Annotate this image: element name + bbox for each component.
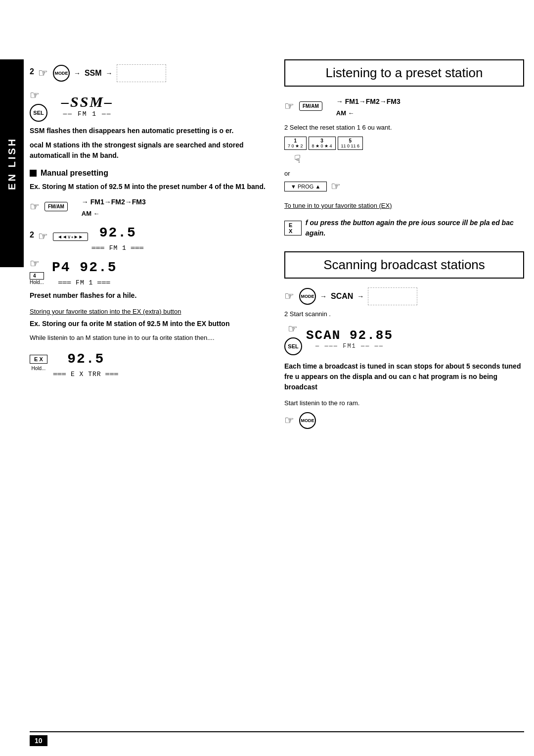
- display-925-area: 92.5 ═══ FM 1 ═══: [92, 221, 144, 252]
- fm1-fm2-fm3: FM1→FM2→FM3: [90, 198, 146, 206]
- preset-3-bot: 11 0 11 6: [341, 143, 360, 148]
- finger-icon9: ☞: [284, 414, 294, 427]
- right-column: Listening to a preset station ☞ FM/AM → …: [284, 59, 524, 432]
- scan-fm1: — ——— FM1 —— ——: [306, 343, 393, 350]
- finger-icon8: ☞: [288, 323, 298, 335]
- p4-freq: 92.5: [80, 260, 117, 275]
- p4-text: P4: [52, 260, 80, 275]
- language-sidebar: EN LISH: [0, 59, 24, 267]
- preset-flash-note: Preset number flashes for a hile.: [30, 290, 269, 301]
- hold-label-area: 4 Hold...: [30, 272, 44, 285]
- mode-ssm-flow: ☞ MODE → SSM →: [38, 64, 166, 82]
- ssm-display-area: –SSM– —— FM 1 ——: [61, 94, 113, 118]
- fm-flow: → FM1→FM2→FM3: [82, 198, 146, 206]
- right-fm-am-diagram: ☞ FM/AM → FM1→FM2→FM3 AM ←: [284, 95, 524, 117]
- am-arrow-right: AM ←: [336, 109, 400, 117]
- tune-fav-label: To tune in to your favorite station (EX): [284, 201, 524, 211]
- black-square-icon: [30, 170, 37, 177]
- ssm-note: SSM flashes then disappears hen automati…: [30, 126, 269, 136]
- preset-btn-3[interactable]: 5 11 0 11 6: [338, 137, 363, 150]
- tune-fav-section: To tune in to your favorite station (EX)…: [284, 201, 524, 241]
- finger-icon2: ☞: [30, 89, 46, 102]
- arrow-icon: →: [74, 69, 81, 77]
- step2-select: 2 Select the reset station 1 6 ou want.: [284, 123, 524, 133]
- right-fm-flow: → FM1→FM2→FM3 AM ←: [336, 95, 400, 117]
- page-number: 10: [30, 735, 47, 746]
- ssm-label: SSM: [85, 69, 102, 78]
- sel-scan-button[interactable]: SEL: [284, 337, 302, 355]
- hold-p4-row: ☞ 4 Hold... P4 92.5 ═══ FM 1 ═══: [30, 256, 269, 286]
- prog-row: ▼ PROG ▲ ☞: [284, 180, 524, 193]
- listening-header: Listening to a preset station: [284, 59, 524, 87]
- final-mode-btn[interactable]: MODE: [299, 412, 316, 429]
- skip-nav-btn[interactable]: ◄◄∨∘►►: [53, 233, 88, 241]
- finger-icon3: ☞: [30, 200, 40, 213]
- prog-button[interactable]: ▼ PROG ▲: [284, 182, 327, 191]
- finger-icon4: ☞: [38, 230, 48, 243]
- mode-button[interactable]: MODE: [53, 65, 70, 82]
- p4-display: P4 92.5: [48, 258, 121, 277]
- manual-presetting-label: Manual presetting: [41, 169, 108, 178]
- preset-buttons-row: 1 7 0 ★ 2 3 8 ★ 0 ★ 4 5 11 0 11 6: [284, 137, 524, 150]
- ex-display-row: E X Hold... 92.5 ═══ E X TRR ═══: [30, 347, 269, 378]
- finger-preset: ☟: [284, 153, 524, 166]
- skip-row: ☞ ◄◄∨∘►►: [38, 230, 88, 243]
- arrow-scan: →: [320, 292, 327, 300]
- page-footer: 10: [30, 731, 524, 746]
- preset-2-bot: 8 ★ 0 ★ 4: [312, 143, 332, 148]
- storing-fav-label: Storing your favorite station into the E…: [30, 307, 269, 317]
- extra-display-area: 92.5 ═══ E X TRR ═══: [53, 347, 119, 378]
- two-column-layout: 2 ☞ MODE → SSM →: [30, 59, 524, 432]
- preset-2-top: 3: [320, 138, 323, 143]
- ex-tune-row: E X f ou press the button again the pre …: [284, 215, 524, 241]
- sel-scan-row: ☞ SEL SCAN 92.85 — ——— FM1 —— ——: [284, 323, 524, 355]
- ex-button[interactable]: E X: [30, 355, 47, 364]
- finger-icon5: ☞: [30, 257, 43, 270]
- scan-display: SCAN 92.85: [306, 328, 393, 343]
- ex-storing2-label: Ex. Storing our fa orite M station of 92…: [30, 319, 269, 329]
- fm-am-step2: ☞ FM/AM → FM1→FM2→FM3 AM ←: [30, 196, 269, 217]
- finger-icon7: ☞: [284, 290, 294, 303]
- dashed-placeholder: [117, 64, 166, 82]
- or-text: or: [284, 169, 524, 179]
- step2-mode-ssm: 2 ☞ MODE → SSM →: [30, 61, 269, 85]
- sel-button[interactable]: SEL: [30, 104, 47, 122]
- fm1-fm2-fm3-right: FM1→FM2→FM3: [345, 97, 400, 105]
- fm-am-button[interactable]: FM/AM: [44, 202, 68, 211]
- left-column: 2 ☞ MODE → SSM →: [30, 59, 269, 432]
- manual-presetting-section: Manual presetting: [30, 169, 269, 178]
- hold-label: Hold...: [30, 280, 44, 285]
- ssm-display: –SSM–: [61, 94, 113, 110]
- main-content: 2 ☞ MODE → SSM →: [30, 20, 524, 432]
- right-ex-btn[interactable]: E X: [284, 221, 302, 236]
- lcd-925b: 92.5: [53, 349, 119, 369]
- local-fm-note: ocal M stations ith the strongest signal…: [30, 140, 269, 161]
- while-listening: While listenin to an M station tune in t…: [30, 333, 269, 343]
- preset-btn-1[interactable]: 1 7 0 ★ 2: [284, 137, 307, 150]
- sel-scan-btn-area: ☞ SEL: [284, 323, 302, 355]
- arrow-fm: →: [82, 198, 89, 206]
- final-mode-row: ☞ MODE: [284, 412, 524, 429]
- p4-fm1: ═══ FM 1 ═══: [48, 279, 121, 286]
- num4-btn[interactable]: 4: [30, 272, 44, 280]
- finger-down-icon: ☟: [294, 153, 301, 166]
- scan-note: Each time a broadcast is tuned in scan s…: [284, 361, 524, 392]
- hold-btn-area: ☞ 4 Hold...: [30, 257, 44, 285]
- p4-display-area: P4 92.5 ═══ FM 1 ═══: [48, 256, 121, 286]
- right-fm-am-btn[interactable]: FM/AM: [299, 101, 322, 111]
- right-mode-btn[interactable]: MODE: [299, 288, 316, 305]
- finger-icon6: ☞: [284, 100, 294, 113]
- start-listening: Start listenin to the ro ram.: [284, 398, 524, 408]
- language-label: EN LISH: [6, 137, 18, 190]
- step2-skip: 2 ☞ ◄◄∨∘►► 92.5 ═══ FM 1 ═══: [30, 221, 269, 252]
- lcd-fm1: ═══ FM 1 ═══: [92, 244, 144, 252]
- scan-dashed-box: [368, 287, 417, 305]
- hold-label2: Hold...: [31, 366, 45, 371]
- sel-btn-area: ☞ SEL: [30, 89, 47, 122]
- lcd-extra: ═══ E X TRR ═══: [53, 371, 119, 378]
- fm-flow-display: → FM1→FM2→FM3 AM ←: [82, 196, 146, 217]
- arrow2-icon: →: [106, 69, 113, 77]
- preset-btn-2[interactable]: 3 8 ★ 0 ★ 4: [309, 137, 336, 150]
- finger-prog-icon: ☞: [331, 180, 341, 193]
- mode-ssm-diagram: ☞ MODE → SSM →: [38, 61, 166, 85]
